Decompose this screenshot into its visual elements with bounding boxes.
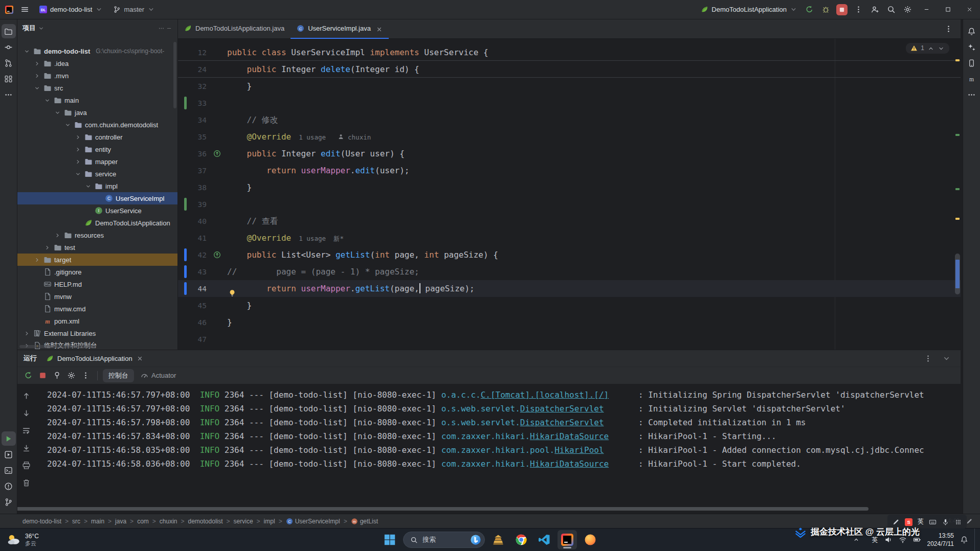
editor-scrollbar-thumb[interactable] (955, 254, 960, 294)
stop-button[interactable] (834, 2, 850, 17)
code-line-46[interactable]: 46} (178, 314, 961, 331)
show-desktop-button[interactable] (974, 529, 977, 551)
editor[interactable]: 12public class UserServiceImpl implement… (178, 39, 961, 350)
tree-item-entity[interactable]: entity (17, 143, 177, 155)
tree-item-item-24[interactable]: 临时文件和控制台 (17, 339, 177, 350)
code-line-32[interactable]: 32 } (178, 78, 961, 95)
tool-button-notifications[interactable] (965, 24, 979, 38)
console-link[interactable]: HikariDataSource (530, 459, 609, 469)
project-tree-horizontal-scrollbar[interactable] (19, 345, 96, 348)
tool-button-project-folder[interactable] (2, 24, 16, 38)
tool-button-maven[interactable]: m (965, 72, 979, 86)
run-toolbar-gear-button[interactable] (64, 369, 78, 382)
tree-item-pom-xml[interactable]: mpom.xml (17, 315, 177, 327)
console-output[interactable]: 2024-07-11T15:46:57.797+08:00 INFO 2364 … (35, 384, 961, 514)
code-line-35[interactable]: 35 @Override 1 usage chuxin (178, 128, 961, 145)
chevron-right-icon[interactable] (43, 243, 51, 251)
project-tree-vertical-scrollbar[interactable] (173, 42, 176, 108)
console-scroll-end-button[interactable] (19, 441, 33, 454)
run-tab[interactable]: DemoTodoListApplication (46, 354, 144, 362)
tool-button-problems[interactable] (2, 479, 16, 493)
code-line-39[interactable]: 39 (178, 196, 961, 213)
taskbar-app-pagoda-app[interactable] (488, 530, 508, 549)
editor-tab-demotodolistapplication-java[interactable]: DemoTodoListApplication.java (178, 19, 291, 39)
close-window-button[interactable] (959, 0, 980, 19)
breadcrumb-main[interactable]: main (91, 518, 104, 525)
chevron-right-icon[interactable] (74, 145, 82, 153)
ime-pen-button[interactable] (892, 517, 900, 525)
code-line-38[interactable]: 38 } (178, 179, 961, 196)
chevron-down-icon[interactable] (74, 170, 82, 178)
chevron-right-icon[interactable] (33, 72, 41, 80)
tree-item-service[interactable]: service (17, 168, 177, 180)
tool-button-commit[interactable] (2, 40, 16, 54)
project-widget[interactable]: DL demo-todo-list (36, 4, 106, 15)
branch-widget[interactable]: master (109, 4, 159, 15)
editor-tabs-options-button[interactable] (940, 21, 956, 37)
breadcrumb-userserviceimpl[interactable]: CUserServiceImpl (286, 518, 340, 525)
breadcrumb-src[interactable]: src (72, 518, 80, 525)
chevron-right-icon[interactable] (74, 133, 82, 141)
tool-button-more-horiz[interactable] (965, 87, 979, 102)
code-line-24[interactable]: 24 public Integer delete(Integer id) { (178, 61, 961, 78)
run-toolbar-rerun-button[interactable] (21, 369, 35, 382)
chevron-right-icon[interactable] (33, 256, 41, 264)
code-line-41[interactable]: 41 @Override 1 usage 新* (178, 229, 961, 246)
file-writable-indicator[interactable] (966, 517, 973, 525)
chevron-right-icon[interactable] (74, 157, 82, 166)
chevron-down-icon[interactable] (63, 121, 72, 129)
tool-button-run[interactable] (2, 431, 16, 446)
tree-item-external-libraries[interactable]: External Libraries (17, 327, 177, 339)
breadcrumb-getlist[interactable]: mgetList (351, 518, 378, 525)
tool-button-ai-assistant[interactable] (965, 40, 979, 54)
tool-button-pull-requests[interactable] (2, 56, 16, 70)
ide-settings-button[interactable] (899, 2, 916, 17)
taskbar-app-vscode[interactable] (534, 530, 554, 549)
tree-item-resources[interactable]: resources (17, 229, 177, 241)
chevron-right-icon[interactable] (23, 329, 31, 337)
chevron-down-icon[interactable] (53, 108, 61, 117)
tree-item-userservice[interactable]: IUserService (17, 204, 177, 217)
tree-item-mapper[interactable]: mapper (17, 155, 177, 168)
overriding-method-icon[interactable] (210, 145, 224, 162)
search-everywhere-button[interactable] (883, 2, 899, 17)
tree-item-mvn[interactable]: .mvn (17, 70, 177, 82)
tool-button-git-branch[interactable] (2, 495, 16, 509)
editor-scrollbar[interactable] (954, 39, 961, 350)
code-line-34[interactable]: 34 // 修改 (178, 111, 961, 128)
console-view-tab-item-0[interactable]: 控制台 (103, 369, 134, 382)
chevron-down-icon[interactable] (33, 84, 41, 92)
chevron-down-icon[interactable] (43, 96, 51, 104)
code-line-45[interactable]: 45 } (178, 297, 961, 314)
taskbar-search[interactable]: 搜索 (403, 532, 485, 548)
overriding-method-icon[interactable] (210, 246, 224, 263)
tree-item-impl[interactable]: impl (17, 180, 177, 192)
tree-item-main[interactable]: main (17, 94, 177, 106)
console-arrow-up-button[interactable] (19, 389, 33, 402)
start-button[interactable] (380, 530, 399, 549)
minimize-button[interactable] (916, 0, 937, 19)
debug-button[interactable] (817, 2, 834, 17)
console-link[interactable]: DispatcherServlet (520, 404, 604, 414)
hide-run-panel-button[interactable] (938, 351, 954, 366)
console-horizontal-scrollbar[interactable] (5, 507, 868, 511)
code-line-37[interactable]: 37 return userMapper.edit(user); (178, 162, 961, 179)
console-soft-wrap-button[interactable] (19, 424, 33, 437)
editor-tab-userserviceimpl-java[interactable]: CUserServiceImpl.java (291, 19, 389, 39)
ime-sogou-button[interactable]: S (905, 517, 912, 525)
clock-widget[interactable]: 13:55 2024/7/11 (927, 532, 954, 548)
console-link[interactable]: HikariPool (554, 445, 604, 455)
tree-item-demo-todo-list[interactable]: demo-todo-listG:\chuxin-cs\spring-boot- (17, 45, 177, 57)
tool-button-more-horiz[interactable] (2, 87, 16, 102)
ime-toolbox-button[interactable] (954, 517, 962, 525)
chevron-down-icon[interactable] (84, 182, 92, 190)
close-run-tab-button[interactable] (136, 354, 144, 362)
breadcrumb-java[interactable]: java (115, 518, 126, 525)
run-button[interactable] (801, 2, 817, 17)
code-line-12[interactable]: 12public class UserServiceImpl implement… (178, 44, 961, 61)
code-line-33[interactable]: 33 (178, 95, 961, 111)
breadcrumb-com[interactable]: com (137, 518, 149, 525)
run-panel-options-button[interactable] (920, 351, 936, 366)
maximize-button[interactable] (937, 0, 959, 19)
run-toolbar-more-vert-button[interactable] (79, 369, 92, 382)
